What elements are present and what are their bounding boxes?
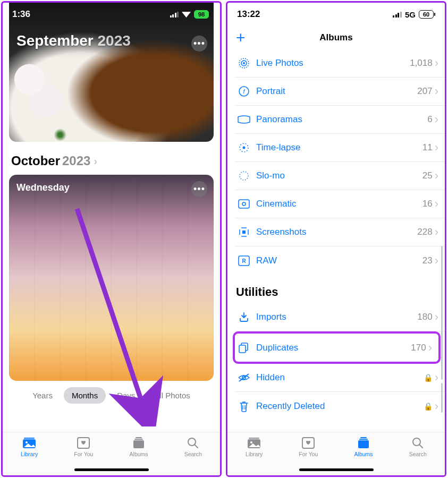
dup-icon [235, 342, 253, 354]
row-label: Panoramas [256, 114, 427, 125]
lock-icon: 🔒 [424, 402, 433, 411]
search-icon [410, 437, 425, 449]
nav-bar: + Albums [227, 26, 445, 49]
home-indicator[interactable] [299, 468, 374, 471]
util-row-hidden[interactable]: Hidden🔒› [235, 364, 445, 392]
chevron-right-icon: › [94, 155, 97, 167]
svg-line-30 [239, 374, 249, 381]
chevron-right-icon: › [435, 84, 438, 98]
trash-icon [235, 400, 253, 412]
scroll-indicator[interactable] [441, 383, 443, 413]
tab-search[interactable]: Search [184, 437, 202, 475]
status-bar: 13:22 5G 60 [227, 3, 445, 26]
page-title: Albums [319, 32, 352, 43]
for-you-icon [301, 437, 316, 449]
media-row-screenshots[interactable]: Screenshots228› [235, 218, 445, 246]
media-row-raw[interactable]: RRAW23› [235, 246, 445, 275]
albums-icon [356, 437, 371, 449]
segment-all[interactable]: All Photos [146, 387, 198, 404]
svg-line-41 [419, 445, 422, 448]
scroll-indicator[interactable] [441, 246, 443, 380]
tab-library[interactable]: Library [21, 437, 38, 475]
network-label: 5G [405, 10, 416, 19]
more-button[interactable]: ••• [191, 36, 207, 52]
svg-point-2 [26, 441, 28, 443]
media-row-portrait[interactable]: fPortrait207› [235, 78, 445, 106]
row-count: 180 [417, 312, 432, 322]
chevron-right-icon: › [435, 56, 438, 70]
row-count: 1,018 [410, 58, 433, 69]
row-label: Cinematic [256, 199, 422, 209]
row-label: Imports [256, 312, 417, 322]
util-row-duplicates[interactable]: Duplicates170› [235, 334, 438, 362]
segment-years[interactable]: Years [24, 387, 61, 404]
day-card-wednesday[interactable]: Wednesday ••• [9, 175, 214, 381]
status-time: 13:22 [237, 9, 260, 20]
highlight-duplicates: Duplicates170› [233, 331, 441, 364]
chevron-right-icon: › [435, 197, 438, 211]
svg-point-16 [243, 147, 246, 149]
svg-text:R: R [242, 258, 246, 264]
timelapse-icon [235, 142, 253, 153]
row-label: Portrait [256, 86, 417, 97]
row-count: 6 [427, 114, 432, 125]
chevron-right-icon: › [435, 310, 438, 324]
chevron-right-icon: › [428, 341, 432, 355]
svg-rect-3 [24, 438, 35, 439]
media-row-time-lapse[interactable]: Time-lapse11› [235, 134, 445, 162]
tab-bar: Library For You Albums Search [227, 432, 445, 475]
row-label: Live Photos [256, 58, 410, 69]
chevron-right-icon: › [435, 225, 438, 239]
media-row-cinematic[interactable]: Cinematic16› [235, 190, 445, 218]
media-row-slo-mo[interactable]: Slo-mo25› [235, 162, 445, 190]
cellular-icon [170, 12, 179, 18]
row-count: 228 [417, 227, 432, 237]
util-row-recently-deleted[interactable]: Recently Deleted🔒› [235, 392, 445, 420]
imports-icon [235, 312, 253, 322]
media-types-list: Live Photos1,018›fPortrait207›Panoramas6… [227, 49, 445, 275]
chevron-right-icon: › [435, 169, 438, 183]
albums-icon [131, 437, 146, 449]
battery-icon: 98 [194, 10, 210, 19]
svg-rect-28 [239, 345, 246, 353]
svg-point-34 [250, 441, 252, 443]
day-card-label: Wednesday [16, 182, 70, 193]
wifi-icon [182, 11, 191, 18]
svg-rect-37 [358, 440, 369, 448]
row-label: Slo-mo [256, 170, 422, 181]
library-icon [22, 437, 37, 449]
util-row-imports[interactable]: Imports180› [235, 303, 445, 331]
chevron-right-icon: › [435, 399, 438, 413]
row-count: 170 [411, 343, 426, 353]
tab-bar: Library For You Albums Search [3, 432, 220, 475]
status-time: 1:36 [12, 9, 30, 20]
chevron-right-icon: › [435, 371, 438, 385]
segment-months[interactable]: Months [64, 387, 106, 404]
media-row-live-photos[interactable]: Live Photos1,018› [235, 49, 445, 78]
home-indicator[interactable] [74, 468, 149, 471]
segment-days[interactable]: Days [109, 387, 143, 404]
portrait-icon: f [235, 86, 253, 97]
left-screenshot: 1:36 98 September 2023 ••• October 2023 … [1, 1, 222, 477]
pano-icon [235, 115, 253, 124]
media-row-panoramas[interactable]: Panoramas6› [235, 106, 445, 134]
add-button[interactable]: + [236, 32, 246, 43]
library-icon [247, 437, 261, 449]
cinematic-icon [235, 199, 253, 209]
screenshot-icon [235, 226, 253, 238]
battery-icon: 60 [419, 10, 435, 19]
tab-library[interactable]: Library [246, 437, 263, 475]
svg-rect-5 [133, 440, 144, 448]
svg-point-19 [242, 202, 246, 206]
tab-search[interactable]: Search [409, 437, 427, 475]
month-header-october[interactable]: October 2023 › [11, 153, 212, 168]
for-you-icon [76, 437, 91, 449]
svg-rect-7 [136, 437, 142, 438]
section-header-utilities: Utilities [227, 275, 445, 303]
svg-point-12 [243, 62, 245, 64]
svg-rect-38 [359, 439, 368, 440]
more-button[interactable]: ••• [191, 181, 207, 197]
row-count: 11 [422, 142, 433, 153]
lock-icon: 🔒 [424, 373, 433, 382]
row-label: Duplicates [256, 343, 411, 353]
